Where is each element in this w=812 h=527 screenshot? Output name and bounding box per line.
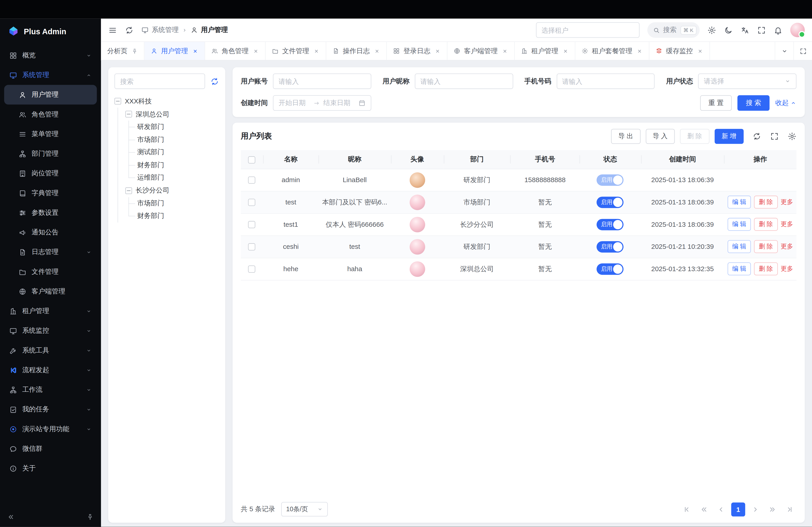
- tree-node-branch[interactable]: 深圳总公司: [126, 108, 219, 121]
- table-row[interactable]: test 本部门及以下 密码6... 市场部门 暂无 启用 2025-01-13…: [241, 191, 797, 213]
- delete-row-button[interactable]: 删 除: [754, 262, 778, 275]
- table-row[interactable]: test1 仅本人 密码666666 长沙分公司 暂无 启用 2025-01-1…: [241, 213, 797, 236]
- next-page-button[interactable]: [749, 502, 763, 516]
- edit-button[interactable]: 编 辑: [727, 218, 751, 231]
- first-page-button[interactable]: [680, 502, 694, 516]
- phone-input[interactable]: [556, 74, 655, 89]
- last-page-button[interactable]: [782, 502, 796, 516]
- prev-group-button[interactable]: [697, 502, 711, 516]
- table-row[interactable]: ceshi test 研发部门 暂无 启用 2025-01-21 10:20:3…: [241, 236, 797, 258]
- tree-leaf[interactable]: 财务部门: [137, 210, 219, 222]
- sidebar-item-sys-monitor[interactable]: 系统监控: [4, 321, 97, 340]
- tab-file-mgmt[interactable]: 文件管理: [266, 42, 327, 60]
- delete-button[interactable]: 删 除: [680, 129, 709, 144]
- tree-leaf[interactable]: 财务部门: [137, 159, 219, 171]
- status-toggle[interactable]: 启用: [597, 241, 624, 253]
- avatar[interactable]: [791, 23, 805, 37]
- export-button[interactable]: 导 出: [611, 129, 640, 144]
- pin-icon[interactable]: [131, 48, 138, 54]
- row-checkbox[interactable]: [248, 199, 256, 206]
- sidebar-item-file-mgmt[interactable]: 文件管理: [4, 262, 97, 282]
- sidebar-item-dict-mgmt[interactable]: 字典管理: [4, 183, 97, 203]
- sidebar-item-my-tasks[interactable]: 我的任务: [4, 400, 97, 419]
- row-checkbox[interactable]: [248, 177, 256, 184]
- tenant-select[interactable]: [536, 22, 639, 38]
- bell-icon[interactable]: [774, 26, 782, 34]
- dark-mode-icon[interactable]: [724, 26, 733, 34]
- collapse-box-icon[interactable]: [126, 111, 132, 118]
- tab-role-mgmt[interactable]: 角色管理: [205, 42, 266, 60]
- status-select[interactable]: 请选择: [698, 74, 796, 89]
- gear-icon[interactable]: [707, 26, 716, 34]
- more-link[interactable]: 更多: [781, 198, 793, 205]
- status-toggle[interactable]: 启用: [597, 196, 624, 208]
- close-icon[interactable]: [374, 48, 380, 54]
- more-link[interactable]: 更多: [781, 265, 793, 272]
- tree-node-branch[interactable]: 长沙分公司: [126, 184, 219, 197]
- import-button[interactable]: 导 入: [646, 129, 675, 144]
- collapse-sidebar-icon[interactable]: [7, 513, 14, 521]
- sidebar-item-param-settings[interactable]: 参数设置: [4, 203, 97, 223]
- sidebar-item-menu-mgmt[interactable]: 菜单管理: [4, 124, 97, 144]
- tree-leaf[interactable]: 测试部门: [137, 146, 219, 159]
- tree-node-root[interactable]: XXX科技: [114, 95, 219, 107]
- select-all-checkbox[interactable]: [248, 156, 256, 163]
- sidebar-item-tenant-mgmt[interactable]: 租户管理: [4, 301, 97, 321]
- status-toggle[interactable]: 启用: [597, 174, 624, 186]
- sidebar-item-client-mgmt[interactable]: 客户端管理: [4, 282, 97, 301]
- close-icon[interactable]: [434, 48, 441, 54]
- tree-leaf[interactable]: 市场部门: [137, 133, 219, 146]
- close-icon[interactable]: [252, 48, 259, 54]
- close-icon[interactable]: [562, 48, 569, 54]
- global-search[interactable]: 搜索 ⌘ K: [647, 22, 700, 38]
- collapse-box-icon[interactable]: [126, 187, 132, 194]
- breadcrumb-item[interactable]: 系统管理: [152, 26, 179, 35]
- sidebar-item-process-start[interactable]: 流程发起: [4, 360, 97, 380]
- nickname-input[interactable]: [415, 74, 513, 89]
- edit-button[interactable]: 编 辑: [727, 240, 751, 253]
- search-button[interactable]: 搜 索: [738, 95, 769, 111]
- edit-button[interactable]: 编 辑: [727, 196, 751, 209]
- table-row[interactable]: hehe haha 深圳总公司 暂无 启用 2025-01-23 13:32:3…: [241, 258, 797, 280]
- refresh-icon[interactable]: [125, 26, 133, 34]
- fullscreen-table-icon[interactable]: [770, 132, 779, 141]
- collapse-box-icon[interactable]: [114, 98, 121, 105]
- close-icon[interactable]: [313, 48, 320, 54]
- tab-login-log[interactable]: 登录日志: [387, 42, 448, 60]
- refresh-table-icon[interactable]: [752, 132, 761, 141]
- sidebar-item-wechat-group[interactable]: 微信群: [4, 439, 97, 458]
- page-number[interactable]: 1: [731, 502, 745, 516]
- sidebar-item-log-mgmt[interactable]: 日志管理: [4, 242, 97, 262]
- status-toggle[interactable]: 启用: [597, 263, 624, 274]
- tab-tenant-mgmt[interactable]: 租户管理: [515, 42, 575, 60]
- next-group-button[interactable]: [765, 502, 779, 516]
- collapse-filters-link[interactable]: 收起: [775, 98, 796, 107]
- sidebar-item-dept-mgmt[interactable]: 部门管理: [4, 144, 97, 163]
- sidebar-item-role-mgmt[interactable]: 角色管理: [4, 105, 97, 124]
- add-button[interactable]: 新 增: [714, 129, 744, 144]
- sidebar-item-system-mgmt[interactable]: 系统管理: [4, 65, 97, 85]
- row-checkbox[interactable]: [248, 221, 256, 228]
- fullscreen-icon[interactable]: [757, 26, 766, 34]
- delete-row-button[interactable]: 删 除: [754, 196, 778, 209]
- tab-client-mgmt[interactable]: 客户端管理: [448, 42, 515, 60]
- sidebar-item-workflow[interactable]: 工作流: [4, 380, 97, 400]
- page-size-select[interactable]: 10条/页: [281, 502, 328, 516]
- sidebar-item-post-mgmt[interactable]: 岗位管理: [4, 164, 97, 183]
- column-settings-icon[interactable]: [788, 132, 796, 141]
- tree-refresh-icon[interactable]: [210, 77, 219, 86]
- edit-button[interactable]: 编 辑: [727, 262, 751, 275]
- more-link[interactable]: 更多: [781, 243, 793, 250]
- more-link[interactable]: 更多: [781, 221, 793, 228]
- sidebar-item-user-mgmt[interactable]: 用户管理: [4, 85, 97, 105]
- sidebar-item-about[interactable]: 关于: [4, 458, 97, 478]
- prev-page-button[interactable]: [714, 502, 728, 516]
- close-icon[interactable]: [697, 48, 703, 54]
- sidebar-item-notice[interactable]: 通知公告: [4, 223, 97, 242]
- tabs-dropdown-button[interactable]: [775, 42, 794, 60]
- tree-search-input[interactable]: [114, 74, 205, 89]
- tab-tenant-package-mgmt[interactable]: 租户套餐管理: [575, 42, 649, 60]
- sidebar-item-demo-features[interactable]: 演示站专用功能: [4, 419, 97, 439]
- tree-leaf[interactable]: 市场部门: [137, 197, 219, 210]
- tab-user-mgmt[interactable]: 用户管理: [145, 42, 205, 60]
